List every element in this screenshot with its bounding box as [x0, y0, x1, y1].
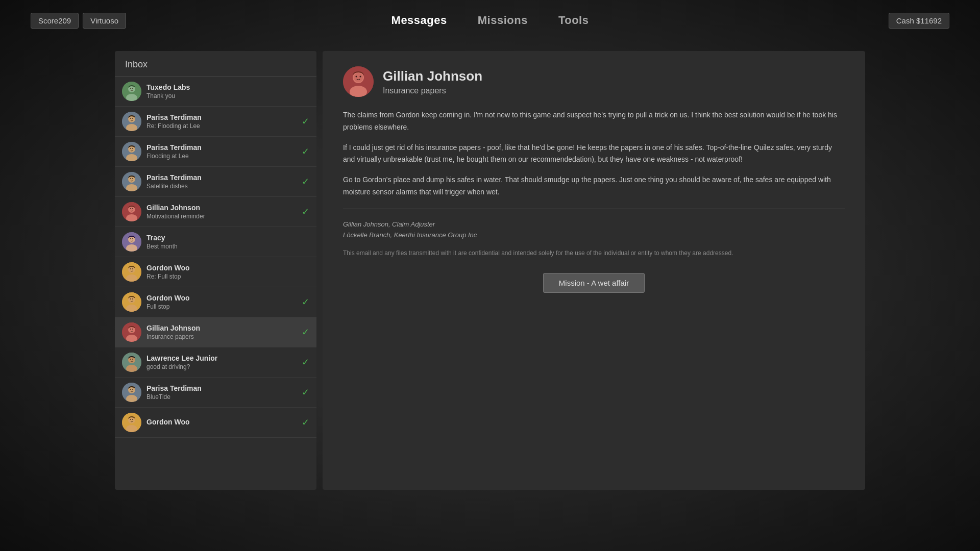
- detail-subject: Insurance papers: [383, 86, 845, 95]
- inbox-item-subject: Flooding at Lee: [146, 153, 298, 160]
- top-bar: Score209 Virtuoso Messages Missions Tool…: [0, 0, 980, 41]
- svg-point-28: [130, 238, 131, 239]
- avatar: [122, 82, 141, 101]
- inbox-item[interactable]: Parisa Terdiman BlueTide ✓: [115, 378, 316, 408]
- inbox-item[interactable]: Parisa Terdiman Satellite dishes ✓: [115, 167, 316, 197]
- mission-button[interactable]: Mission - A wet affair: [543, 273, 645, 293]
- inbox-item-name: Parisa Terdiman: [146, 143, 298, 152]
- inbox-item-subject: Thank you: [146, 92, 309, 99]
- svg-point-54: [132, 389, 133, 390]
- read-check-icon: ✓: [302, 357, 309, 368]
- inbox-panel: Inbox Tuxedo Labs Thank you Pari: [115, 51, 316, 490]
- inbox-item-subject: Re: Flooding at Lee: [146, 122, 298, 130]
- svg-point-58: [130, 419, 131, 420]
- inbox-item[interactable]: Tuxedo Labs Thank you: [115, 77, 316, 107]
- svg-point-34: [132, 268, 133, 269]
- avatar: [122, 353, 141, 372]
- inbox-item-subject: Satellite dishes: [146, 183, 298, 190]
- detail-signature: Gillian Johnson, Claim Adjuster Löckelle…: [343, 219, 845, 241]
- inbox-item-info: Lawrence Lee Junior good at driving?: [146, 354, 298, 370]
- inbox-item-name: Gordon Woo: [146, 264, 309, 272]
- inbox-item-name: Gordon Woo: [146, 418, 298, 426]
- inbox-list: Tuxedo Labs Thank you Parisa Terdiman Re…: [115, 77, 316, 490]
- detail-paragraph: If I could just get rid of his insurance…: [343, 142, 845, 166]
- inbox-item-info: Gillian Johnson Motivational reminder: [146, 204, 298, 220]
- svg-point-65: [360, 76, 361, 78]
- inbox-item[interactable]: Gillian Johnson Motivational reminder ✓: [115, 197, 316, 227]
- svg-point-43: [130, 329, 131, 330]
- avatar: [122, 413, 141, 432]
- detail-paragraph: The claims from Gordon keep coming in. I…: [343, 109, 845, 134]
- svg-point-24: [132, 208, 133, 209]
- inbox-item-info: Gordon Woo Full stop: [146, 294, 298, 310]
- inbox-item-name: Gillian Johnson: [146, 324, 298, 332]
- score-badge: Score209 Virtuoso: [31, 13, 126, 29]
- inbox-item-info: Parisa Terdiman BlueTide: [146, 384, 298, 400]
- svg-point-14: [132, 148, 133, 149]
- inbox-item-name: Parisa Terdiman: [146, 173, 298, 182]
- inbox-item[interactable]: Gillian Johnson Insurance papers ✓: [115, 317, 316, 347]
- avatar: [122, 292, 141, 312]
- detail-avatar: [343, 66, 374, 97]
- inbox-item-subject: BlueTide: [146, 393, 298, 400]
- detail-disclaimer: This email and any files transmitted wit…: [343, 248, 845, 258]
- inbox-item-info: Gillian Johnson Insurance papers: [146, 324, 298, 340]
- inbox-item[interactable]: Tracy Best month: [115, 227, 316, 257]
- read-check-icon: ✓: [302, 206, 309, 217]
- svg-point-4: [132, 88, 133, 89]
- detail-title-block: Gillian Johnson Insurance papers: [383, 68, 845, 95]
- inbox-item-name: Parisa Terdiman: [146, 384, 298, 392]
- svg-point-3: [130, 88, 131, 89]
- svg-point-29: [132, 238, 133, 239]
- inbox-item[interactable]: Lawrence Lee Junior good at driving? ✓: [115, 347, 316, 378]
- inbox-item-name: Lawrence Lee Junior: [146, 354, 298, 362]
- svg-point-9: [132, 118, 133, 119]
- inbox-item[interactable]: Parisa Terdiman Flooding at Lee ✓: [115, 137, 316, 167]
- nav-tabs: Messages Missions Tools: [391, 14, 589, 27]
- cash-badge: Cash $11692: [889, 13, 949, 29]
- inbox-item[interactable]: Gordon Woo Re: Full stop: [115, 257, 316, 287]
- inbox-header: Inbox: [115, 51, 316, 77]
- svg-point-19: [132, 178, 133, 179]
- svg-point-39: [132, 298, 133, 299]
- inbox-item-subject: Insurance papers: [146, 333, 298, 340]
- inbox-item-info: Gordon Woo: [146, 418, 298, 427]
- inbox-item-info: Parisa Terdiman Flooding at Lee: [146, 143, 298, 160]
- read-check-icon: ✓: [302, 417, 309, 428]
- nav-tools[interactable]: Tools: [558, 14, 589, 27]
- inbox-item[interactable]: Parisa Terdiman Re: Flooding at Lee ✓: [115, 107, 316, 137]
- svg-point-63: [354, 73, 363, 82]
- nav-missions[interactable]: Missions: [478, 14, 528, 27]
- inbox-item-subject: Motivational reminder: [146, 213, 298, 220]
- read-check-icon: ✓: [302, 116, 309, 127]
- avatar: [122, 232, 141, 252]
- avatar: [122, 383, 141, 402]
- inbox-item[interactable]: Gordon Woo ✓: [115, 408, 316, 438]
- svg-point-33: [130, 268, 131, 269]
- inbox-item-info: Parisa Terdiman Satellite dishes: [146, 173, 298, 190]
- inbox-item-name: Tracy: [146, 234, 309, 242]
- inbox-item-info: Tracy Best month: [146, 234, 309, 250]
- detail-panel: Gillian Johnson Insurance papers The cla…: [323, 51, 865, 490]
- detail-paragraph: Go to Gordon's place and dump his safes …: [343, 174, 845, 198]
- detail-divider: [343, 209, 845, 209]
- score-box: Score209: [31, 13, 79, 29]
- avatar: [122, 112, 141, 131]
- avatar: [122, 262, 141, 282]
- svg-point-49: [132, 359, 133, 360]
- svg-point-8: [130, 118, 131, 119]
- nav-messages[interactable]: Messages: [391, 14, 447, 27]
- svg-point-13: [130, 148, 131, 149]
- inbox-item-info: Tuxedo Labs Thank you: [146, 83, 309, 99]
- inbox-item-name: Gillian Johnson: [146, 204, 298, 212]
- svg-point-44: [132, 329, 133, 330]
- inbox-item-subject: good at driving?: [146, 363, 298, 370]
- svg-point-53: [130, 389, 131, 390]
- inbox-item-info: Gordon Woo Re: Full stop: [146, 264, 309, 280]
- svg-point-18: [130, 178, 131, 179]
- inbox-item[interactable]: Gordon Woo Full stop ✓: [115, 287, 316, 317]
- read-check-icon: ✓: [302, 387, 309, 398]
- avatar: [122, 172, 141, 191]
- detail-sender-name: Gillian Johnson: [383, 68, 845, 84]
- main-content: Inbox Tuxedo Labs Thank you Pari: [115, 51, 865, 490]
